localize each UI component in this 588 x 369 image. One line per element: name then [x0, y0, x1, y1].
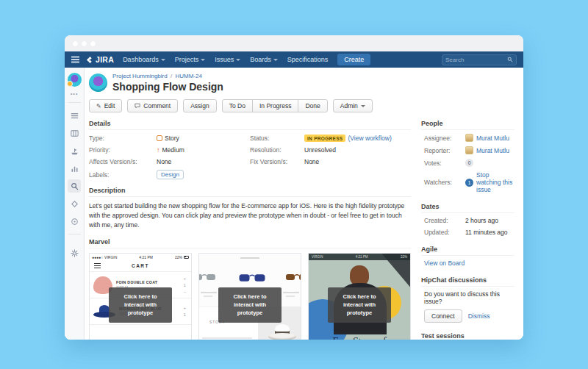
signal-dots: ●●●●○ [92, 255, 103, 259]
edit-button[interactable]: ✎Edit [89, 99, 122, 112]
window-zoom-button[interactable] [90, 41, 96, 46]
issue-title: Shopping Flow Design [112, 81, 223, 93]
done-button[interactable]: Done [298, 99, 327, 112]
sidebar-item-board[interactable] [68, 126, 81, 140]
hipchat-heading: HipChat discussions [421, 276, 514, 287]
carrier-label: VIRGIN [104, 255, 117, 259]
clock-label: 4:21 PM [139, 255, 153, 259]
nav-boards[interactable]: Boards [250, 56, 278, 63]
dates-heading: Dates [421, 203, 514, 213]
in-progress-button[interactable]: In Progress [252, 99, 298, 112]
sidebar-item-issues[interactable] [68, 179, 81, 193]
jira-logo[interactable]: JIRA [87, 55, 114, 64]
hipchat-connect-button[interactable]: Connect [424, 309, 462, 323]
app-switcher-icon[interactable] [71, 59, 79, 60]
assignee-name[interactable]: Murat Mutlu [476, 135, 509, 142]
comment-label: Comment [143, 102, 171, 110]
qty-value: 1 [184, 312, 186, 317]
sidebar-item-addons[interactable] [68, 215, 81, 228]
reporter-avatar [465, 146, 473, 154]
sidebar-item-components[interactable] [68, 197, 81, 210]
prototype-card: ●●●●○VIRGIN 4:21 PM 22% CART [89, 253, 192, 340]
nav-dashboards[interactable]: Dashboards [123, 56, 165, 63]
edit-label: Edit [104, 102, 115, 110]
cart-screen-title: CART [101, 263, 180, 268]
view-workflow-link[interactable]: (View workflow) [348, 135, 391, 142]
dates-section: Dates Created: 2 hours ago Updated: 11 m… [421, 203, 514, 236]
resolution-label: Resolution: [250, 146, 304, 154]
label-chip-design[interactable]: Design [157, 170, 184, 179]
priority-value: Medium [162, 146, 184, 154]
sidebar-item-settings[interactable] [68, 246, 81, 259]
breadcrumb-issue-link[interactable]: HUMM-24 [175, 73, 201, 79]
nav-projects[interactable]: Projects [175, 56, 206, 63]
sunglasses-blue [237, 273, 267, 283]
affects-version-value: None [157, 158, 171, 165]
project-avatar-small[interactable] [68, 73, 82, 87]
marvel-heading: Marvel [89, 238, 411, 248]
interact-overlay-button[interactable]: Click here to interact with prototype [218, 287, 282, 323]
assign-button[interactable]: Assign [183, 99, 217, 112]
sidebar-item-reports[interactable] [68, 162, 81, 175]
chevron-down-icon [161, 59, 165, 61]
stop-watching-link[interactable]: Stop watching this issue [476, 171, 514, 193]
breadcrumb-project-link[interactable]: Project Hummingbird [112, 73, 168, 79]
status-badge: IN PROGRESS [304, 135, 345, 142]
fix-version-value: None [304, 158, 319, 165]
prototype-preview-desktop-shop[interactable]: STORY Click here to interact with protot… [199, 254, 301, 340]
todo-button[interactable]: To Do [222, 99, 253, 112]
project-sidebar: ••• [65, 68, 85, 340]
sidebar-more[interactable]: ••• [71, 91, 78, 96]
qty-plus: + [184, 306, 186, 310]
chevron-down-icon [361, 105, 365, 107]
nav-specifications[interactable]: Specifications [287, 56, 329, 63]
story-type-icon [157, 135, 162, 141]
product-name: FOIN DOUBLE COAT [116, 280, 184, 284]
jira-logo-icon [87, 57, 93, 63]
updated-label: Updated: [424, 229, 465, 236]
updated-value: 11 minutes ago [465, 229, 508, 236]
search-input[interactable] [445, 57, 507, 63]
browser-titlebar [65, 35, 523, 51]
component-icon [70, 199, 79, 209]
board-icon [70, 129, 79, 138]
description-text: Let's get started building the new shopp… [89, 201, 411, 231]
votes-badge[interactable]: 0 [465, 159, 473, 167]
qty-plus: + [184, 276, 186, 281]
resolution-value: Unresolved [304, 146, 336, 154]
interact-overlay-button[interactable]: Click here to interact with prototype [328, 287, 391, 323]
priority-label: Priority: [89, 146, 157, 154]
price-text-placeholder [201, 292, 217, 293]
description-heading: Description [89, 187, 411, 197]
nav-issues[interactable]: Issues [215, 56, 240, 63]
admin-button[interactable]: Admin [333, 99, 373, 112]
text-placeholder [202, 337, 252, 339]
nav-issues-label: Issues [215, 56, 234, 63]
issue-toolbar: ✎Edit Comment Assign To Do In Progress D… [89, 99, 514, 112]
watchers-badge[interactable]: 1 [465, 179, 473, 187]
prototype-card: VIRGIN 4:21 PM 22% Few Steps [308, 253, 411, 340]
qty-value: 1 [184, 283, 186, 287]
browser-window: JIRA Dashboards Projects Issues Boards S… [65, 35, 523, 340]
chevron-down-icon [236, 59, 240, 61]
view-on-board-link[interactable]: View on Board [424, 259, 465, 267]
sidebar-item-releases[interactable] [68, 144, 81, 157]
price-text-placeholder [286, 295, 295, 297]
agile-section: Agile View on Board [421, 246, 514, 267]
interact-overlay-button[interactable]: Click here to interact with prototype [109, 287, 172, 323]
create-button[interactable]: Create [337, 54, 370, 65]
nav-specifications-label: Specifications [287, 56, 329, 63]
prototype-preview-phone-cart[interactable]: ●●●●○VIRGIN 4:21 PM 22% CART [90, 254, 191, 340]
search-icon[interactable] [507, 57, 513, 62]
fix-version-label: Fix Version/s: [250, 158, 304, 165]
hipchat-dismiss-link[interactable]: Dismiss [468, 312, 490, 320]
window-close-button[interactable] [73, 41, 78, 46]
price-text-placeholder [283, 292, 299, 293]
comment-button[interactable]: Comment [127, 99, 178, 112]
sidebar-item-backlog[interactable] [68, 109, 81, 122]
reporter-name[interactable]: Murat Mutlu [476, 147, 509, 154]
window-minimize-button[interactable] [82, 41, 87, 46]
prototype-preview-photo-app[interactable]: VIRGIN 4:21 PM 22% Few Steps [309, 254, 410, 340]
search-box [442, 54, 517, 65]
project-avatar[interactable] [89, 74, 107, 92]
